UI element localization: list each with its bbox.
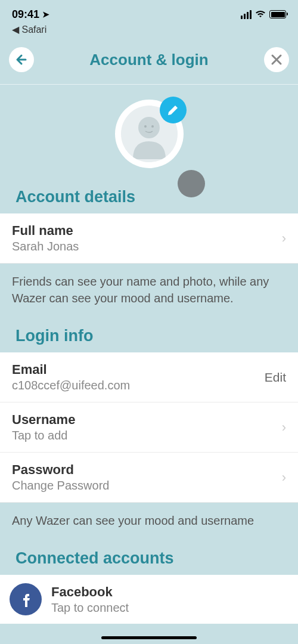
pencil-icon [167, 104, 179, 116]
arrow-left-icon [14, 52, 29, 67]
battery-icon [269, 10, 286, 18]
facebook-icon [10, 583, 42, 615]
facebook-value: Tap to connect [51, 601, 288, 615]
password-label: Password [12, 462, 282, 478]
wifi-icon [255, 10, 266, 18]
facebook-label: Facebook [51, 584, 288, 600]
section-title-account-details: Account details [0, 177, 298, 213]
status-time-group: 09:41 ➤ [12, 8, 49, 21]
username-row[interactable]: Username Tap to add › [0, 402, 298, 453]
username-value: Tap to add [12, 429, 282, 442]
username-label: Username [12, 412, 282, 428]
full-name-label: Full name [12, 223, 282, 239]
page-header: Account & login [0, 40, 298, 85]
full-name-value: Sarah Jonas [12, 240, 282, 253]
location-icon: ➤ [42, 10, 49, 19]
email-edit-link[interactable]: Edit [265, 370, 286, 385]
close-icon [270, 53, 283, 66]
email-label: Email [12, 362, 265, 377]
email-row[interactable]: Email c108ccef@uifeed.com Edit [0, 352, 298, 402]
svg-point-0 [138, 117, 160, 138]
svg-point-2 [151, 125, 154, 128]
chevron-right-icon: › [282, 470, 286, 485]
account-details-hint: Friends can see your name and photo, whi… [0, 264, 298, 316]
status-bar: 09:41 ➤ [0, 0, 298, 24]
back-to-safari[interactable]: ◀ Safari [0, 24, 298, 35]
status-icons [241, 10, 286, 19]
back-button[interactable] [9, 47, 34, 72]
full-name-row[interactable]: Full name Sarah Jonas › [0, 213, 298, 264]
login-info-hint: Any Wazer can see your mood and username [0, 503, 298, 538]
chevron-right-icon: › [282, 231, 286, 246]
section-title-login-info: Login info [0, 316, 298, 352]
avatar-section [0, 85, 298, 177]
email-value: c108ccef@uifeed.com [12, 379, 265, 392]
svg-point-1 [144, 125, 147, 128]
password-value: Change Password [12, 479, 282, 493]
password-row[interactable]: Password Change Password › [0, 453, 298, 503]
status-time: 09:41 [12, 8, 39, 21]
chevron-right-icon: › [282, 420, 286, 435]
close-button[interactable] [264, 47, 289, 72]
avatar[interactable] [115, 100, 184, 168]
page-title: Account & login [89, 51, 208, 69]
home-indicator[interactable] [101, 636, 197, 639]
edit-avatar-button[interactable] [160, 97, 187, 123]
indicator-dot [178, 170, 205, 197]
facebook-row[interactable]: Facebook Tap to connect [0, 575, 298, 624]
signal-icon [241, 10, 252, 19]
section-title-connected: Connected accounts [0, 538, 298, 575]
